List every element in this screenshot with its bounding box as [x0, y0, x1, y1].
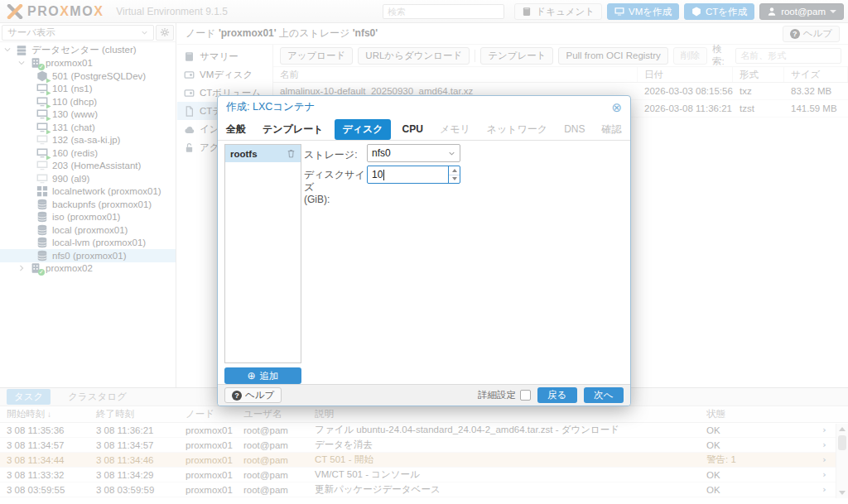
tab-disks[interactable]: ディスク	[335, 119, 390, 140]
text-cursor	[383, 170, 384, 180]
chevron-down-icon	[448, 150, 455, 157]
tab-memory: メモリ	[440, 122, 470, 137]
plus-circle-icon: ⊕	[247, 371, 255, 381]
tab-cpu[interactable]: CPU	[402, 123, 423, 135]
dialog-help-button[interactable]: ?ヘルプ	[224, 387, 282, 403]
add-mountpoint-button[interactable]: ⊕ 追加	[224, 367, 301, 384]
advanced-toggle: 詳細設定	[478, 389, 531, 401]
spinner-buttons[interactable]	[448, 166, 460, 183]
dialog-tab-bar: 全般 テンプレート ディスク CPU メモリ ネットワーク DNS 確認	[218, 118, 630, 141]
tab-network: ネットワーク	[487, 122, 547, 137]
next-button[interactable]: 次へ	[584, 387, 624, 403]
dialog-body: rootfs ⊕ 追加 ストレージ: nfs0 ディスクサイズ(GiB): 10	[218, 142, 630, 384]
close-icon[interactable]: ⊗	[611, 101, 622, 113]
mountpoint-list: rootfs	[224, 144, 301, 363]
storage-select[interactable]: nfs0	[367, 144, 460, 162]
disk-size-input[interactable]: 10	[367, 166, 460, 184]
mountpoint-item-rootfs[interactable]: rootfs	[225, 145, 301, 162]
dialog-title-bar[interactable]: 作成: LXCコンテナ ⊗	[218, 96, 630, 118]
tab-dns: DNS	[564, 123, 585, 135]
spinner-up-icon[interactable]	[452, 169, 457, 172]
spinner-down-icon[interactable]	[452, 177, 457, 180]
create-lxc-dialog: 作成: LXCコンテナ ⊗ 全般 テンプレート ディスク CPU メモリ ネット…	[217, 95, 631, 406]
tab-template[interactable]: テンプレート	[263, 122, 323, 137]
disk-size-label: ディスクサイズ(GiB):	[304, 169, 365, 206]
advanced-checkbox[interactable]	[520, 390, 531, 401]
tab-general[interactable]: 全般	[226, 122, 246, 137]
back-button[interactable]: 戻る	[537, 387, 577, 403]
tab-confirm: 確認	[601, 122, 621, 137]
dialog-title: 作成: LXCコンテナ	[226, 100, 315, 114]
trash-icon[interactable]	[287, 149, 296, 158]
dialog-footer: ?ヘルプ 詳細設定 戻る 次へ	[218, 384, 630, 406]
question-icon: ?	[232, 391, 242, 401]
storage-label: ストレージ:	[304, 148, 357, 162]
